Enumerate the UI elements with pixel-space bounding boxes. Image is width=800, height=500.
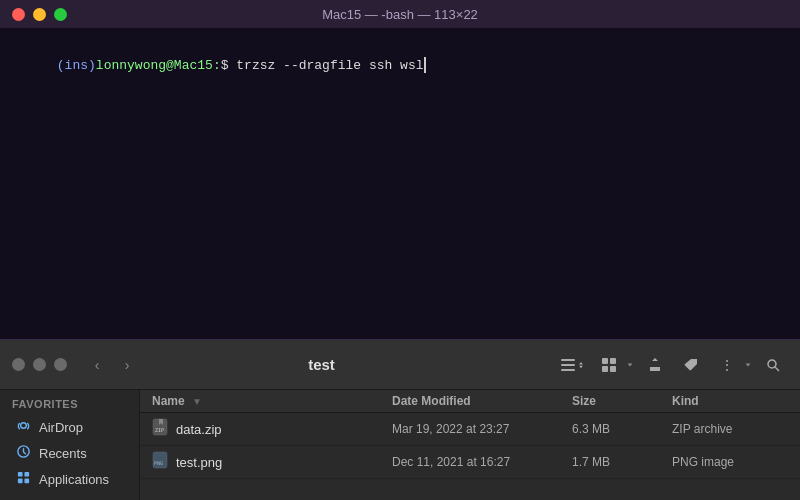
search-icon	[765, 357, 781, 373]
sidebar-item-applications[interactable]: Applications	[4, 466, 135, 492]
svg-line-9	[775, 367, 779, 371]
file-date-datazip: Mar 19, 2022 at 23:27	[392, 422, 572, 436]
finder-window: ‹ › test	[0, 340, 800, 500]
file-size-testpng: 1.7 MB	[572, 455, 672, 469]
prompt-at: @	[166, 58, 174, 73]
file-name-cell-testpng: PNG test.png	[152, 451, 392, 473]
favorites-label: Favorites	[0, 398, 139, 414]
terminal-cursor	[424, 57, 426, 73]
col-kind-header: Kind	[672, 394, 788, 408]
svg-rect-0	[561, 359, 575, 361]
prompt-user: lonnywong	[96, 58, 166, 73]
file-name-datazip: data.zip	[176, 422, 222, 437]
finder-sidebar: Favorites AirDrop Recents	[0, 390, 140, 500]
png-icon-svg: PNG	[152, 451, 168, 469]
svg-rect-6	[610, 366, 616, 372]
finder-titlebar: ‹ › test	[0, 340, 800, 390]
forward-button[interactable]: ›	[113, 353, 141, 377]
table-header: Name ▼ Date Modified Size Kind	[140, 390, 800, 413]
applications-label: Applications	[39, 472, 109, 487]
view-dropdown	[594, 352, 634, 378]
sidebar-item-airdrop[interactable]: AirDrop	[4, 414, 135, 440]
prompt-dollar: $	[221, 58, 237, 73]
svg-rect-1	[561, 364, 575, 366]
tag-icon	[683, 357, 699, 373]
col-date-header: Date Modified	[392, 394, 572, 408]
prompt-separator: :	[213, 58, 221, 73]
svg-rect-3	[602, 358, 608, 364]
grid-view-button[interactable]	[594, 352, 624, 378]
terminal-window: Mac15 — -bash — 113×22 (ins)lonnywong@Ma…	[0, 0, 800, 340]
list-view-icon	[560, 357, 576, 373]
nav-buttons: ‹ ›	[83, 353, 141, 377]
zip-icon-svg: ZIP	[152, 418, 168, 436]
sort-icon: ▼	[192, 396, 202, 407]
chevron-updown-icon	[576, 360, 586, 370]
svg-text:PNG: PNG	[154, 460, 163, 466]
minimize-button[interactable]	[33, 8, 46, 21]
airdrop-label: AirDrop	[39, 420, 83, 435]
file-kind-testpng: PNG image	[672, 455, 788, 469]
back-button[interactable]: ‹	[83, 353, 111, 377]
terminal-title: Mac15 — -bash — 113×22	[322, 7, 478, 22]
sidebar-item-recents[interactable]: Recents	[4, 440, 135, 466]
png-file-icon: PNG	[152, 451, 168, 473]
svg-rect-14	[18, 478, 23, 483]
applications-svg	[16, 470, 31, 485]
svg-point-8	[768, 360, 776, 368]
zip-file-icon: ZIP	[152, 418, 168, 440]
svg-rect-12	[18, 472, 23, 477]
finder-minimize-btn[interactable]	[33, 358, 46, 371]
tag-button[interactable]	[676, 352, 706, 378]
finder-controls	[12, 358, 67, 371]
svg-rect-2	[561, 369, 575, 371]
svg-rect-5	[602, 366, 608, 372]
table-row[interactable]: PNG test.png Dec 11, 2021 at 16:27 1.7 M…	[140, 446, 800, 479]
share-icon	[647, 357, 663, 373]
recents-icon	[16, 444, 31, 462]
svg-text:ZIP: ZIP	[155, 427, 164, 433]
grid-view-icon	[601, 357, 617, 373]
search-button[interactable]	[758, 352, 788, 378]
svg-rect-4	[610, 358, 616, 364]
prompt-ins: (ins)	[57, 58, 96, 73]
window-controls	[12, 8, 67, 21]
list-view-button[interactable]	[558, 352, 588, 378]
maximize-button[interactable]	[54, 8, 67, 21]
prompt-host: Mac15	[174, 58, 213, 73]
finder-close-btn[interactable]	[12, 358, 25, 371]
terminal-body[interactable]: (ins)lonnywong@Mac15:$ trzsz --dragfile …	[0, 28, 800, 339]
action-dropdown: ⋮	[712, 352, 752, 378]
finder-content: Favorites AirDrop Recents	[0, 390, 800, 500]
svg-rect-15	[24, 478, 29, 483]
action-button[interactable]: ⋮	[712, 352, 742, 378]
file-name-testpng: test.png	[176, 455, 222, 470]
close-button[interactable]	[12, 8, 25, 21]
recents-label: Recents	[39, 446, 87, 461]
file-kind-datazip: ZIP archive	[672, 422, 788, 436]
col-size-header: Size	[572, 394, 672, 408]
share-button[interactable]	[640, 352, 670, 378]
col-name-header: Name ▼	[152, 394, 392, 408]
recents-svg	[16, 444, 31, 459]
prompt-command: trzsz --dragfile ssh wsl	[236, 58, 423, 73]
folder-name: test	[153, 356, 490, 373]
terminal-prompt: (ins)lonnywong@Mac15:$ trzsz --dragfile …	[10, 36, 790, 95]
action-arrow-icon	[744, 361, 752, 369]
airdrop-icon	[16, 418, 31, 436]
file-size-datazip: 6.3 MB	[572, 422, 672, 436]
svg-point-7	[694, 360, 696, 362]
toolbar-right: ⋮	[558, 352, 788, 378]
finder-maximize-btn[interactable]	[54, 358, 67, 371]
file-date-testpng: Dec 11, 2021 at 16:27	[392, 455, 572, 469]
terminal-titlebar: Mac15 — -bash — 113×22	[0, 0, 800, 28]
dropdown-arrow-icon	[626, 361, 634, 369]
file-name-cell-datazip: ZIP data.zip	[152, 418, 392, 440]
svg-rect-13	[24, 472, 29, 477]
svg-point-10	[21, 423, 27, 429]
airdrop-svg	[16, 418, 31, 433]
table-row[interactable]: ZIP data.zip Mar 19, 2022 at 23:27 6.3 M…	[140, 413, 800, 446]
applications-icon	[16, 470, 31, 488]
finder-main: Name ▼ Date Modified Size Kind	[140, 390, 800, 500]
